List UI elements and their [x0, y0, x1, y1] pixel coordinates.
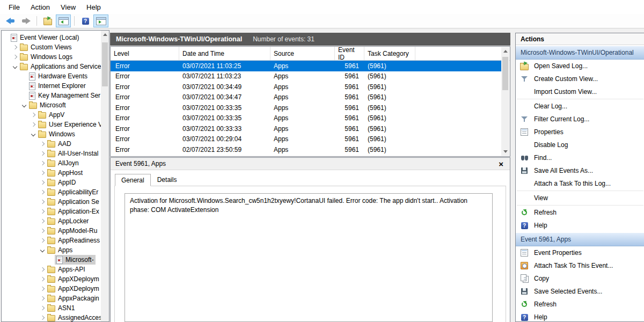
- tab-details[interactable]: Details: [151, 174, 183, 186]
- action-item-filter-current-log[interactable]: Filter Current Log...: [516, 113, 644, 126]
- scroll-up-icon[interactable]: [101, 31, 109, 39]
- action-item-disable-log[interactable]: Disable Log: [516, 138, 644, 151]
- table-row[interactable]: Error03/07/2021 00:34:47Apps5961(5961): [111, 92, 501, 103]
- action-item-refresh[interactable]: Refresh: [516, 206, 644, 219]
- tree-item[interactable]: ASN1: [2, 303, 101, 313]
- chevron-right-icon[interactable]: [39, 191, 46, 194]
- events-scrollbar[interactable]: [501, 47, 509, 156]
- chevron-right-icon[interactable]: [39, 219, 46, 223]
- action-item-save-all-events-as[interactable]: Save All Events As...: [516, 164, 644, 177]
- tab-general[interactable]: General: [115, 174, 151, 186]
- action-item-clear-log[interactable]: Clear Log...: [516, 100, 644, 113]
- tree-item[interactable]: Hardware Events: [2, 71, 101, 81]
- action-item-create-custom-view[interactable]: Create Custom View...: [516, 72, 644, 85]
- action-item-attach-a-task-to-this-log[interactable]: Attach a Task To this Log...: [516, 177, 644, 190]
- action-item-attach-task-to-this-event[interactable]: Attach Task To This Event...: [516, 259, 644, 272]
- tree-item[interactable]: Windows: [2, 129, 101, 139]
- actions-section-header[interactable]: Event 5961, Apps: [516, 233, 644, 246]
- chevron-right-icon[interactable]: [39, 200, 46, 203]
- chevron-right-icon[interactable]: [39, 142, 46, 145]
- tree-item[interactable]: Application Se: [2, 197, 101, 207]
- tree-item[interactable]: Internet Explorer: [2, 81, 101, 91]
- menu-item-help[interactable]: Help: [81, 1, 106, 13]
- tree-item[interactable]: All-User-Instal: [2, 149, 101, 158]
- action-pane-toggle-button[interactable]: [94, 15, 108, 27]
- chevron-right-icon[interactable]: [39, 297, 46, 300]
- chevron-right-icon[interactable]: [39, 152, 46, 155]
- tree-item[interactable]: AssignedAcces: [2, 313, 101, 322]
- tree-item[interactable]: Event Viewer (Local): [2, 33, 101, 42]
- tree-item[interactable]: AppLocker: [2, 216, 101, 226]
- tree-item[interactable]: Apps-API: [2, 265, 101, 274]
- scroll-down-icon[interactable]: [501, 148, 509, 156]
- table-row[interactable]: Error03/07/2021 11:03:23Apps5961(5961): [111, 71, 501, 82]
- chevron-down-icon[interactable]: [39, 248, 46, 252]
- chevron-right-icon[interactable]: [39, 268, 46, 271]
- tree-item[interactable]: Key Management Ser: [2, 91, 101, 100]
- action-item-copy[interactable]: Copy: [516, 272, 644, 285]
- menu-item-file[interactable]: File: [3, 1, 25, 13]
- tree-item[interactable]: AllJoyn: [2, 158, 101, 168]
- column-header-task-category[interactable]: Task Category: [364, 47, 415, 60]
- tree-item[interactable]: AppV: [2, 110, 101, 120]
- chevron-right-icon[interactable]: [39, 210, 46, 213]
- action-item-refresh[interactable]: Refresh: [516, 298, 644, 311]
- tree-item[interactable]: ApplicabilityEr: [2, 187, 101, 197]
- actions-section-header[interactable]: Microsoft-Windows-TWinUI/Operational: [516, 46, 644, 60]
- action-item-save-selected-events[interactable]: Save Selected Events...: [516, 285, 644, 298]
- tree-scrollbar[interactable]: [101, 31, 109, 321]
- table-row[interactable]: Error03/07/2021 00:33:35Apps5961(5961): [111, 103, 501, 113]
- action-item-find[interactable]: Find...: [516, 151, 644, 164]
- tree-item[interactable]: AppxPackagin: [2, 294, 101, 303]
- table-row[interactable]: Error03/07/2021 00:29:04Apps5961(5961): [111, 134, 501, 145]
- scrollbar-thumb[interactable]: [102, 42, 108, 86]
- scrollbar-thumb[interactable]: [502, 57, 508, 90]
- action-item-help[interactable]: Help: [516, 219, 644, 232]
- chevron-right-icon[interactable]: [39, 277, 46, 281]
- tree-item[interactable]: User Experience Vi: [2, 120, 101, 129]
- tree-item[interactable]: AppID: [2, 178, 101, 187]
- scroll-up-icon[interactable]: [501, 47, 509, 55]
- chevron-right-icon[interactable]: [39, 316, 46, 319]
- table-row[interactable]: Error03/07/2021 00:34:49Apps5961(5961): [111, 82, 501, 92]
- chevron-right-icon[interactable]: [39, 306, 46, 310]
- chevron-down-icon[interactable]: [12, 65, 18, 68]
- tree-item[interactable]: Applications and Services: [2, 62, 101, 71]
- chevron-right-icon[interactable]: [39, 181, 46, 184]
- action-item-help[interactable]: Help: [516, 311, 644, 322]
- tree-item[interactable]: AppHost: [2, 168, 101, 178]
- tree-item[interactable]: AppXDeploym: [2, 284, 101, 294]
- tree-item[interactable]: AppReadiness: [2, 236, 101, 245]
- tree-item[interactable]: Apps: [2, 245, 101, 255]
- tree-item[interactable]: Custom Views: [2, 42, 101, 52]
- help-button[interactable]: [78, 15, 92, 27]
- action-item-open-saved-log[interactable]: Open Saved Log...: [516, 60, 644, 72]
- tree-item[interactable]: Microsoft: [2, 100, 101, 110]
- back-arrow-button[interactable]: [3, 15, 17, 27]
- action-item-properties[interactable]: Properties: [516, 126, 644, 138]
- action-item-event-properties[interactable]: Event Properties: [516, 246, 644, 259]
- tree-item[interactable]: AAD: [2, 139, 101, 149]
- chevron-right-icon[interactable]: [30, 123, 36, 126]
- column-header-date-and-time[interactable]: Date and Time: [179, 47, 270, 60]
- close-icon[interactable]: ×: [499, 160, 505, 168]
- tree-item[interactable]: Microsoft-: [2, 255, 101, 265]
- chevron-down-icon[interactable]: [30, 133, 36, 136]
- action-item-import-custom-view[interactable]: Import Custom View...: [516, 85, 644, 98]
- tree-item[interactable]: AppXDeploym: [2, 274, 101, 284]
- column-header-event-id[interactable]: Event ID: [335, 47, 364, 60]
- chevron-right-icon[interactable]: [39, 239, 46, 242]
- chevron-down-icon[interactable]: [21, 104, 27, 107]
- table-row[interactable]: Error03/07/2021 11:03:25Apps5961(5961): [111, 61, 501, 71]
- chevron-right-icon[interactable]: [12, 46, 18, 49]
- chevron-right-icon[interactable]: [39, 171, 46, 174]
- event-message[interactable]: Activation for Microsoft.Windows.Search_…: [125, 193, 493, 322]
- table-row[interactable]: Error02/07/2021 23:50:59Apps5961(5961): [111, 144, 501, 155]
- table-row[interactable]: Error03/07/2021 00:33:33Apps5961(5961): [111, 123, 501, 134]
- menu-item-view[interactable]: View: [55, 1, 81, 13]
- tree-item[interactable]: Application-Ex: [2, 207, 101, 216]
- column-header-level[interactable]: Level: [111, 47, 179, 60]
- chevron-right-icon[interactable]: [12, 55, 18, 58]
- console-tree-toggle-button[interactable]: [56, 15, 70, 27]
- chevron-right-icon[interactable]: [39, 162, 46, 165]
